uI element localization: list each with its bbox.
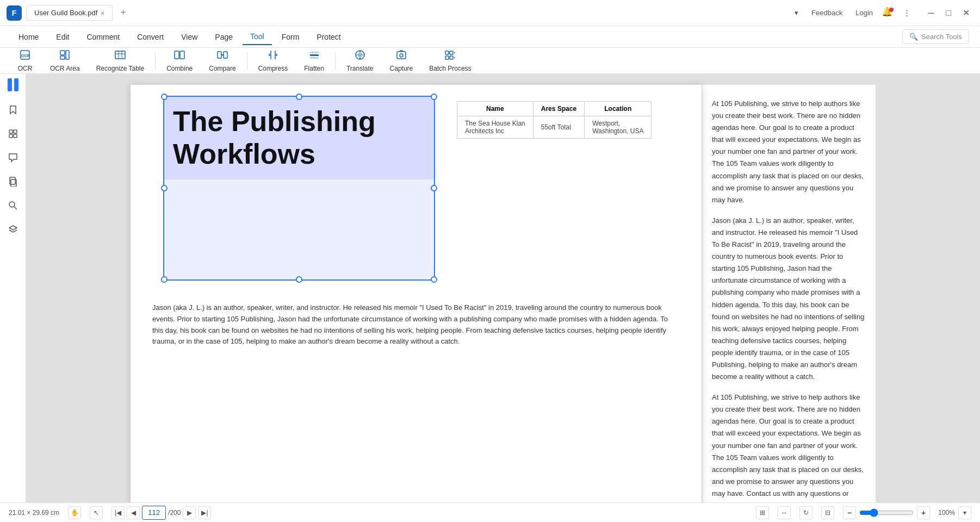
grid-view-button[interactable]: ⊟ — [821, 506, 834, 519]
svg-rect-2 — [60, 51, 65, 55]
zoom-in-button[interactable]: + — [917, 506, 930, 519]
right-text-2: Jason (aka J. L.) is an author, speaker,… — [712, 215, 866, 383]
compare-button[interactable]: Compare — [201, 47, 243, 74]
ocr-button[interactable]: OCR OCR — [9, 47, 41, 74]
new-tab-button[interactable]: + — [117, 7, 130, 20]
close-button[interactable]: ✕ — [958, 5, 973, 21]
handle-bl[interactable] — [161, 276, 168, 283]
flatten-label: Flatten — [304, 65, 324, 72]
sidebar-accent-1 — [8, 78, 12, 91]
handle-tl[interactable] — [161, 94, 168, 100]
recognize-table-label: Recognize Table — [96, 65, 145, 72]
capture-icon — [395, 49, 407, 64]
info-table: Name Ares Space Location The Sea House K… — [457, 101, 652, 139]
hand-tool-button[interactable]: ✋ — [68, 506, 81, 519]
statusbar: 21.01 × 29.69 cm ✋ ↖ |◀ ◀ 112 /200 ▶ ▶| … — [0, 502, 980, 522]
compress-button[interactable]: Compress — [251, 47, 296, 74]
svg-rect-22 — [445, 56, 449, 59]
search-tools-box[interactable]: 🔍 Search Tools — [902, 29, 969, 44]
compress-icon — [267, 49, 279, 64]
titlebar: F User Guild Book.pdf × + ▾ Feedback Log… — [0, 0, 980, 26]
zoom-dropdown[interactable]: ▾ — [958, 506, 971, 519]
translate-icon — [354, 49, 366, 64]
fit-page-button[interactable]: ⊞ — [756, 506, 769, 519]
menu-tool[interactable]: Tool — [243, 29, 272, 45]
selection-box[interactable]: The PublishingWorkflows — [163, 96, 435, 281]
last-page-button[interactable]: ▶| — [198, 506, 211, 519]
translate-button[interactable]: Translate — [339, 47, 381, 74]
zoom-out-button[interactable]: − — [843, 506, 856, 519]
menu-home[interactable]: Home — [11, 29, 46, 45]
sidebar-pages[interactable] — [3, 172, 23, 191]
recognize-table-icon — [114, 49, 126, 64]
menu-convert[interactable]: Convert — [129, 29, 171, 45]
ocr-label: OCR — [18, 65, 33, 72]
sidebar-search[interactable] — [3, 196, 23, 215]
separator-3 — [335, 52, 336, 70]
sidebar-thumbnail[interactable] — [3, 124, 23, 144]
rotate-button[interactable]: ↻ — [799, 506, 812, 519]
svg-rect-9 — [175, 51, 179, 59]
fit-width-button[interactable]: ↔ — [778, 506, 791, 519]
next-page-button[interactable]: ▶ — [183, 506, 196, 519]
first-page-button[interactable]: |◀ — [111, 506, 125, 519]
menu-page[interactable]: Page — [207, 29, 240, 45]
handle-tc[interactable] — [296, 94, 302, 100]
toolbar: OCR OCR OCR Area Recognize Table Combine… — [0, 48, 980, 74]
ocr-area-icon — [59, 49, 71, 64]
tab-pdf[interactable]: User Guild Book.pdf × — [26, 5, 113, 21]
menu-view[interactable]: View — [173, 29, 205, 45]
page-total: /200 — [168, 509, 181, 517]
zoom-slider[interactable] — [859, 508, 914, 517]
app-logo: F — [7, 5, 22, 21]
tab-close-btn[interactable]: × — [101, 10, 104, 16]
menu-edit[interactable]: Edit — [48, 29, 77, 45]
handle-bc[interactable] — [296, 276, 302, 283]
right-text-3: At 105 Publishing, we strive to help aut… — [712, 391, 866, 500]
feedback-button[interactable]: Feedback — [807, 7, 847, 19]
svg-rect-25 — [14, 130, 17, 133]
flatten-button[interactable]: Flatten — [296, 47, 332, 74]
page-navigation: |◀ ◀ 112 /200 ▶ ▶| — [111, 506, 211, 520]
handle-mr[interactable] — [431, 185, 437, 191]
handle-br[interactable] — [431, 276, 437, 283]
compare-icon — [216, 49, 228, 64]
menu-comment[interactable]: Comment — [79, 29, 127, 45]
select-tool-button[interactable]: ↖ — [90, 506, 103, 519]
svg-rect-20 — [445, 51, 449, 54]
svg-rect-4 — [66, 51, 69, 59]
svg-rect-24 — [9, 130, 13, 133]
capture-button[interactable]: Capture — [382, 47, 421, 74]
handle-ml[interactable] — [161, 185, 168, 191]
svg-rect-5 — [115, 51, 125, 59]
compress-label: Compress — [258, 65, 288, 72]
more-button[interactable]: ⋮ — [899, 7, 915, 19]
svg-rect-21 — [450, 51, 453, 54]
batch-process-label: Batch Process — [429, 65, 471, 72]
menu-form[interactable]: Form — [274, 29, 307, 45]
svg-rect-26 — [9, 134, 13, 138]
prev-page-button[interactable]: ◀ — [127, 506, 140, 519]
ocr-icon: OCR — [19, 49, 31, 64]
recognize-table-button[interactable]: Recognize Table — [89, 47, 152, 74]
sidebar-bookmark[interactable] — [3, 100, 23, 120]
combine-button[interactable]: Combine — [159, 47, 200, 74]
dropdown-button[interactable]: ▾ — [790, 7, 803, 19]
pdf-area: The PublishingWorkflows Name Ares Space … — [26, 74, 980, 502]
ocr-area-button[interactable]: OCR Area — [42, 47, 88, 74]
main-content: The PublishingWorkflows Name Ares Space … — [0, 74, 980, 502]
handle-tr[interactable] — [431, 94, 437, 100]
batch-process-button[interactable]: Batch Process — [421, 47, 479, 74]
table-cell-space: 55oft Total — [533, 116, 584, 139]
maximize-button[interactable]: □ — [941, 5, 956, 21]
menu-protect[interactable]: Protect — [309, 29, 348, 45]
svg-rect-13 — [310, 52, 319, 53]
svg-rect-27 — [14, 134, 17, 138]
sidebar-layers[interactable] — [3, 220, 23, 239]
page-number-input[interactable]: 112 — [142, 506, 166, 520]
flatten-icon — [308, 49, 320, 64]
sidebar-comment[interactable] — [3, 148, 23, 167]
translate-label: Translate — [346, 65, 374, 72]
login-button[interactable]: Login — [851, 7, 877, 19]
minimize-button[interactable]: ─ — [923, 5, 939, 21]
